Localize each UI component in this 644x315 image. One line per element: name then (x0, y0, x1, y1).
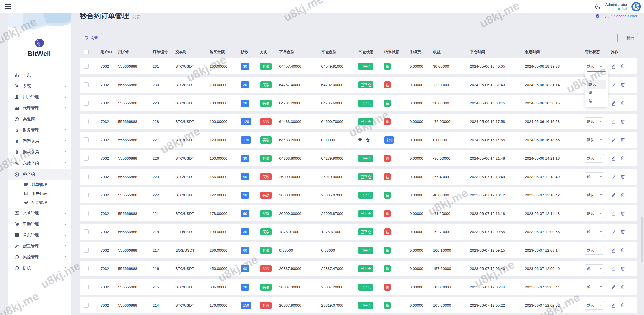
chevron-left-icon (64, 255, 67, 259)
refresh-button[interactable]: 刷新 (80, 33, 102, 42)
row-checkbox[interactable] (84, 303, 89, 308)
delete-button[interactable] (620, 156, 625, 161)
row-checkbox[interactable] (84, 101, 89, 106)
edit-button[interactable] (611, 192, 616, 198)
row-checkbox[interactable] (84, 174, 89, 179)
sidebar-item-homepage-mgmt[interactable]: 首页管理 (8, 229, 71, 240)
edit-button[interactable] (611, 303, 616, 308)
sidebar-item-user-list[interactable]: 用户列表 (8, 189, 71, 198)
control-select[interactable]: 默认 (585, 246, 604, 255)
user-avatar[interactable] (631, 2, 641, 11)
close-status-badge: 已平仓 (358, 228, 373, 235)
dropdown-option[interactable]: 赢 (587, 89, 606, 97)
delete-button[interactable] (620, 229, 625, 234)
sidebar-item-user-mgmt[interactable]: 用户管理 (8, 91, 71, 102)
row-checkbox[interactable] (84, 285, 89, 289)
delete-button[interactable] (620, 137, 625, 143)
sidebar-item-home[interactable]: 主页 (8, 69, 71, 80)
sidebar-item-risk-mgmt[interactable]: 风控管理 (8, 252, 71, 263)
control-select[interactable]: 默认 (585, 209, 604, 218)
control-select[interactable]: 输 (585, 172, 604, 181)
control-select[interactable]: 默认 (585, 191, 604, 199)
open-point-cell: 26909.00000 (279, 211, 321, 216)
breadcrumb: 主页 / Second-Order (595, 14, 637, 18)
dark-mode-toggle[interactable] (595, 3, 601, 10)
delete-button[interactable] (620, 64, 625, 69)
edit-button[interactable] (611, 248, 616, 253)
close-point-cell: 26837.47000 (321, 266, 358, 271)
row-checkbox[interactable] (84, 82, 89, 87)
control-select[interactable]: 输 (585, 228, 604, 236)
scrollbar-thumb[interactable] (641, 217, 643, 262)
edit-button[interactable] (611, 229, 616, 234)
sidebar-item-agent-mgmt[interactable]: 代理管理 (8, 102, 71, 114)
control-select[interactable]: 默认 (585, 154, 604, 163)
sidebar-item-option-trade[interactable]: B 期权交易 (8, 147, 71, 158)
trash-icon (620, 303, 625, 308)
delete-button[interactable] (620, 100, 625, 106)
username-cell: 555666888 (118, 156, 153, 160)
row-checkbox[interactable] (84, 137, 89, 142)
edit-button[interactable] (611, 119, 616, 124)
control-select[interactable]: 赢 (585, 264, 604, 273)
delete-button[interactable] (620, 211, 625, 216)
edit-button[interactable] (611, 100, 616, 106)
row-checkbox[interactable] (84, 193, 89, 197)
menu-lines-icon (14, 232, 19, 237)
delete-button[interactable] (620, 248, 625, 253)
sidebar-item-subscribe-mgmt[interactable]: 申购管理 (8, 218, 71, 229)
delete-button[interactable] (620, 174, 625, 179)
sidebar-item-channel[interactable]: 渠道商 (8, 114, 71, 125)
edit-button[interactable] (611, 284, 616, 290)
sidebar-item-article-mgmt[interactable]: 文章管理 (8, 207, 71, 218)
row-checkbox[interactable] (84, 229, 89, 234)
menu-toggle-button[interactable] (5, 4, 11, 9)
edit-button[interactable] (611, 82, 616, 87)
table-row: 7032 555666888 228 BTC/USDT 100.00000 12… (80, 114, 637, 129)
edit-button[interactable] (611, 64, 616, 69)
row-checkbox[interactable] (84, 211, 89, 216)
edit-button[interactable] (611, 174, 616, 179)
edit-button[interactable] (611, 266, 616, 271)
delete-button[interactable] (620, 82, 625, 87)
column-header: 秒数 (241, 50, 260, 54)
sidebar-item-spot-trade[interactable]: B 币币交易 (8, 136, 71, 147)
dropdown-search-input[interactable] (587, 71, 606, 79)
sidebar-item-order-mgmt[interactable]: 订单管理 (8, 180, 71, 189)
delete-button[interactable] (620, 303, 625, 308)
row-checkbox[interactable] (84, 119, 89, 124)
edit-button[interactable] (611, 211, 616, 216)
control-select[interactable]: 默认 (585, 301, 604, 310)
close-point-cell: 64549.91000 (321, 64, 358, 68)
delete-button[interactable] (620, 266, 625, 271)
sidebar-item-config-mgmt[interactable]: 配置管理 (8, 240, 71, 252)
row-checkbox[interactable] (84, 64, 89, 69)
row-checkbox[interactable] (84, 156, 89, 161)
dropdown-option[interactable]: 输 (587, 97, 606, 105)
sidebar-item-perpetual[interactable]: 永续合约 (8, 158, 71, 169)
fee-cell: 0.00000 (410, 266, 433, 271)
delete-button[interactable] (620, 284, 625, 290)
row-checkbox[interactable] (84, 248, 89, 253)
sidebar-item-system[interactable]: 系统 (8, 80, 71, 91)
dropdown-option[interactable]: 默认 (587, 80, 606, 89)
delete-button[interactable] (620, 119, 625, 124)
control-select[interactable]: 默认 (585, 117, 604, 126)
select-all-checkbox[interactable] (84, 50, 89, 54)
edit-button[interactable] (611, 156, 616, 161)
breadcrumb-home[interactable]: 主页 (595, 14, 609, 18)
sidebar-item-finance-mgmt[interactable]: $ 财务管理 (8, 125, 71, 136)
control-select[interactable]: 输 (585, 283, 604, 291)
control-select[interactable]: 默认 (585, 136, 604, 144)
sidebar-item-miner[interactable]: 矿机 (8, 263, 71, 274)
edit-icon (611, 266, 616, 271)
sidebar-item-config-sub[interactable]: 配置管理 (8, 198, 71, 207)
row-checkbox[interactable] (84, 266, 89, 271)
order-no-cell: 221 (153, 211, 175, 216)
add-button[interactable]: + 新增 (617, 33, 638, 42)
chevron-left-icon (64, 151, 67, 154)
trash-icon (620, 266, 625, 271)
delete-button[interactable] (620, 192, 625, 198)
edit-button[interactable] (611, 137, 616, 143)
sidebar-item-second-contract[interactable]: 秒合约 (8, 169, 71, 180)
